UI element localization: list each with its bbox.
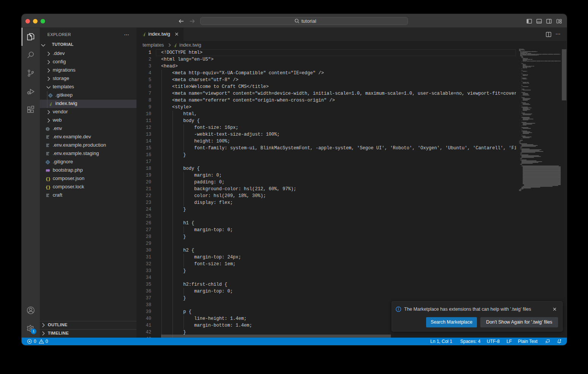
svg-text:}: }: [48, 177, 51, 182]
svg-text:}: }: [48, 185, 51, 190]
